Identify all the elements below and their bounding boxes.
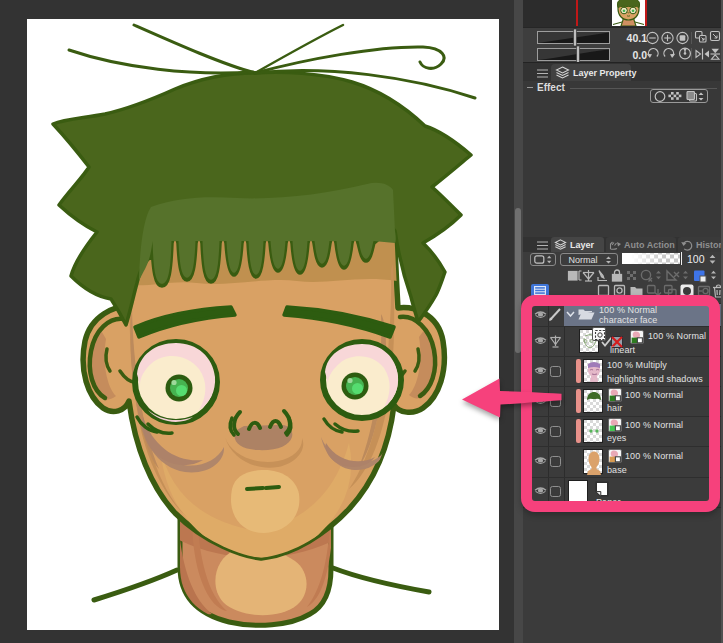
svg-text:40.1: 40.1 bbox=[627, 32, 648, 44]
svg-text:0.0: 0.0 bbox=[632, 49, 647, 61]
